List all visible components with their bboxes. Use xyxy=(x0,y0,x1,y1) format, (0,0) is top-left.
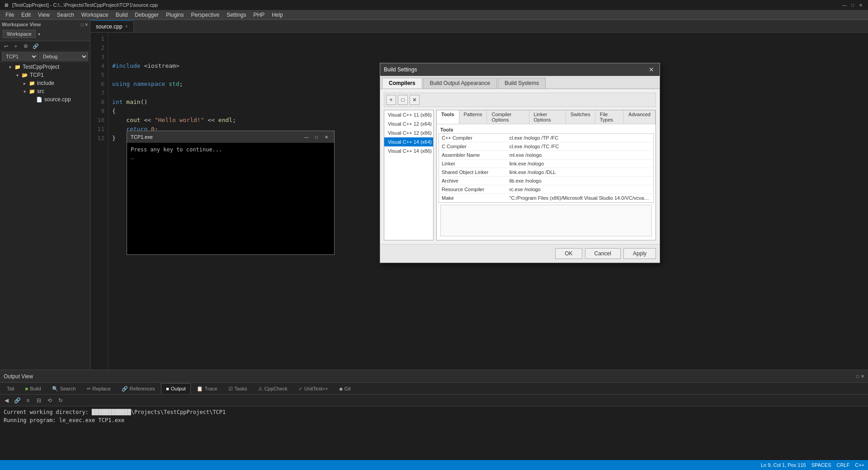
cancel-button[interactable]: Cancel xyxy=(585,248,621,259)
tool-value-asm: ml.exe /nologo xyxy=(507,151,653,160)
compiler-item-1[interactable]: Visual C++ 12 (x64) xyxy=(384,119,433,128)
status-ln-col: Ln 9, Col 1, Pos 115 xyxy=(761,462,806,468)
tool-name-rc: Resource Compiler xyxy=(439,185,507,194)
output-header: Output View □ ✕ xyxy=(0,370,868,383)
detail-tab-file-types[interactable]: File Types xyxy=(595,110,624,124)
output-tab-tail[interactable]: Tail xyxy=(2,383,19,394)
detail-tab-advanced[interactable]: Advanced xyxy=(624,110,656,124)
tools-table-container: C++ Compilercl.exe /nologo /TP /FC C Com… xyxy=(439,133,654,203)
compiler-item-0[interactable]: Visual C++ 11 (x86) xyxy=(384,110,433,119)
menu-php[interactable]: PHP xyxy=(250,10,269,19)
menu-plugins[interactable]: Plugins xyxy=(162,10,187,19)
detail-tab-switches[interactable]: Switches xyxy=(566,110,595,124)
tool-name-so-linker: Shared Object Linker xyxy=(439,168,507,177)
maximize-btn[interactable]: □ xyxy=(849,1,856,9)
dialog-tab-build-systems[interactable]: Build Systems xyxy=(498,78,546,89)
menu-file[interactable]: File xyxy=(2,10,18,19)
output-close-icon[interactable]: ✕ xyxy=(861,374,864,379)
output-tab-search[interactable]: 🔍 Search xyxy=(47,383,81,394)
title-bar: 🖥 [TestCppProject] - C:\...\Projects\Tes… xyxy=(0,0,868,10)
menu-view[interactable]: View xyxy=(34,10,53,19)
detail-tab-linker-options[interactable]: Linker Options xyxy=(529,110,566,124)
tool-value-linker: link.exe /nologo xyxy=(507,160,653,168)
tool-value-make: "C:/Program Files (x86)/Microsoft Visual… xyxy=(507,194,653,202)
output-maximize-icon[interactable]: □ xyxy=(856,374,859,379)
output-line-1: Running program: le_exec.exe TCP1.exe xyxy=(4,416,864,424)
output-tool-lines[interactable]: ≡ xyxy=(24,396,33,405)
menu-edit[interactable]: Edit xyxy=(18,10,34,19)
dialog-delete-btn[interactable]: ✕ xyxy=(410,95,420,105)
output-tab-references[interactable]: 🔗 References xyxy=(117,383,160,394)
output-title: Output View xyxy=(4,373,33,380)
dialog-copy-btn[interactable]: □ xyxy=(398,95,408,105)
dialog-close-btn[interactable]: ✕ xyxy=(647,65,656,74)
compiler-item-3[interactable]: Visual C++ 14 (x64) xyxy=(384,137,433,146)
tool-row-linker[interactable]: Linkerlink.exe /nologo xyxy=(439,160,653,168)
tool-row-archive[interactable]: Archivelib.exe /nologo xyxy=(439,177,653,185)
close-btn[interactable]: ✕ xyxy=(857,1,864,9)
tool-name-c: C Compiler xyxy=(439,142,507,151)
tool-value-rc: rc.exe /nologo xyxy=(507,185,653,194)
dialog-tab-build-output[interactable]: Build Output Appearance xyxy=(423,78,497,89)
tool-value-archive: lib.exe /nologo xyxy=(507,177,653,185)
references-tab-icon: 🔗 xyxy=(122,386,128,392)
menu-settings[interactable]: Settings xyxy=(223,10,250,19)
dialog-title: Build Settings xyxy=(384,66,417,73)
output-tab-replace[interactable]: ✏ Replace xyxy=(82,383,116,394)
tool-row-c[interactable]: C Compilercl.exe /nologo /TC /FC xyxy=(439,142,653,151)
tool-detail-area[interactable] xyxy=(440,205,652,236)
dialog-tabs: Compilers Build Output Appearance Build … xyxy=(380,76,660,89)
window-title: [TestCppProject] - C:\...\Projects\TestC… xyxy=(12,2,158,8)
output-tab-tasks[interactable]: ☑ Tasks xyxy=(223,383,252,394)
detail-tab-patterns[interactable]: Patterns xyxy=(459,110,487,124)
output-tool-back[interactable]: ◀ xyxy=(2,396,11,405)
compiler-item-2[interactable]: Visual C++ 12 (x86) xyxy=(384,128,433,137)
tool-row-rc[interactable]: Resource Compilerrc.exe /nologo xyxy=(439,185,653,194)
build-tab-icon: ■ xyxy=(25,386,28,391)
tools-header-label: Tools xyxy=(439,126,654,133)
menu-debugger[interactable]: Debugger xyxy=(131,10,162,19)
dialog-add-btn[interactable]: + xyxy=(386,95,396,105)
apply-button[interactable]: Apply xyxy=(623,248,656,259)
minimize-btn[interactable]: — xyxy=(841,1,848,9)
output-tab-bar: Tail ■ Build 🔍 Search ✏ Replace 🔗 Refere… xyxy=(0,383,868,395)
tool-row-cpp[interactable]: C++ Compilercl.exe /nologo /TP /FC xyxy=(439,134,653,142)
tool-row-so-linker[interactable]: Shared Object Linkerlink.exe /nologo /DL… xyxy=(439,168,653,177)
editor-area: Workspace View □ ✕ Workspace ▾ ↩ + ⚙ 🔗 xyxy=(0,20,868,370)
output-tool-refresh[interactable]: ↻ xyxy=(56,396,65,405)
ok-button[interactable]: OK xyxy=(555,248,582,259)
output-content[interactable]: Current working directory: ████████████\… xyxy=(0,406,868,460)
detail-tab-compiler-options[interactable]: Compiler Options xyxy=(487,110,529,124)
tool-name-linker: Linker xyxy=(439,160,507,168)
menu-search[interactable]: Search xyxy=(53,10,78,19)
compiler-list: Visual C++ 11 (x86) Visual C++ 12 (x64) … xyxy=(384,110,434,240)
compiler-item-4[interactable]: Visual C++ 14 (x86) xyxy=(384,146,433,155)
menu-help[interactable]: Help xyxy=(268,10,287,19)
output-tab-build[interactable]: ■ Build xyxy=(20,383,46,394)
menu-perspective[interactable]: Perspective xyxy=(187,10,223,19)
detail-tab-tools[interactable]: Tools xyxy=(437,110,459,124)
output-tool-link[interactable]: 🔗 xyxy=(13,396,22,405)
tool-row-make[interactable]: Make"C:/Program Files (x86)/Microsoft Vi… xyxy=(439,194,653,202)
dialog-tab-compilers[interactable]: Compilers xyxy=(382,78,422,89)
output-tool-clear[interactable]: ⟲ xyxy=(45,396,54,405)
menu-build[interactable]: Build xyxy=(112,10,132,19)
menu-workspace[interactable]: Workspace xyxy=(78,10,112,19)
unittest-tab-icon: ✓ xyxy=(298,386,302,392)
output-tab-unittest[interactable]: ✓ UnitTest++ xyxy=(293,383,333,394)
output-tool-filter[interactable]: ⊟ xyxy=(34,396,43,405)
tool-row-asm[interactable]: Assembler Nameml.exe /nologo xyxy=(439,151,653,160)
app-icon: 🖥 xyxy=(4,2,9,8)
dialog-content: Visual C++ 11 (x86) Visual C++ 12 (x64) … xyxy=(384,110,656,240)
tool-name-cpp: C++ Compiler xyxy=(439,134,507,142)
output-toolbar: ◀ 🔗 ≡ ⊟ ⟲ ↻ xyxy=(0,395,868,406)
dialog-overlay: Build Settings ✕ Compilers Build Output … xyxy=(0,20,868,370)
output-tab-output[interactable]: ■ Output xyxy=(161,383,191,394)
status-eol: CRLF xyxy=(836,462,849,468)
output-tab-git[interactable]: ◆ Git xyxy=(334,383,356,394)
output-tab-cppcheck[interactable]: ⚠ CppCheck xyxy=(253,383,292,394)
search-tab-icon: 🔍 xyxy=(52,386,58,392)
output-tab-trace[interactable]: 📋 Trace xyxy=(192,383,222,394)
tool-value-so-linker: link.exe /nologo /DLL xyxy=(507,168,653,177)
tools-table: C++ Compilercl.exe /nologo /TP /FC C Com… xyxy=(439,134,653,202)
